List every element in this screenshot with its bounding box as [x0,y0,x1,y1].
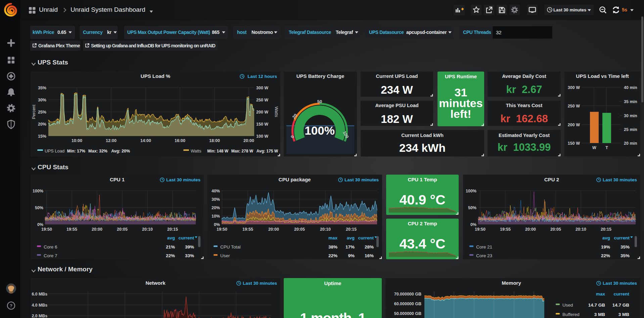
svg-text:33%: 33% [185,253,194,258]
svg-text:3 MB: 3 MB [594,312,605,317]
svg-text:300 W: 300 W [256,86,268,90]
svg-text:35 min: 35 min [624,99,637,104]
svg-text:Core 21: Core 21 [476,244,492,249]
svg-text:Max: 278 W: Max: 278 W [231,149,254,153]
svg-text:UPS Load vs Time left: UPS Load vs Time left [576,73,629,79]
svg-text:35%: 35% [620,244,630,249]
svg-text:19:55: 19:55 [500,227,511,232]
svg-text:Max: 32%: Max: 32% [88,149,107,153]
svg-text:20:00: 20:00 [525,227,536,232]
svg-text:0%: 0% [37,222,43,227]
svg-text:Last 30 minutes: Last 30 minutes [603,177,637,182]
svg-text:?: ? [10,303,12,308]
svg-text:50%: 50% [35,206,43,210]
svg-text:19:55: 19:55 [66,227,77,232]
svg-text:300 W: 300 W [568,85,580,90]
svg-text:70.000000 GB: 70.000000 GB [394,292,421,297]
svg-text:30 min: 30 min [624,113,637,118]
svg-text:Watts: Watts [274,106,279,117]
svg-text:Avg: 20%: Avg: 20% [111,149,130,153]
svg-text:W: W [592,145,596,150]
svg-text:Network: Network [145,280,166,286]
svg-text:4.0 MBs: 4.0 MBs [32,303,48,308]
svg-text:22%: 22% [166,253,175,258]
svg-text:current: current [613,291,629,297]
svg-text:avg: avg [347,235,355,240]
svg-text:20:05: 20:05 [294,227,305,232]
svg-text:CPU 1: CPU 1 [110,177,125,182]
svg-text:25 min: 25 min [624,127,637,132]
svg-text:16%: 16% [365,253,374,258]
svg-text:UPS Load %: UPS Load % [141,73,170,79]
svg-text:20 min: 20 min [624,141,637,146]
svg-text:50: 50 [317,99,322,104]
svg-text:Last 30 minutes: Last 30 minutes [603,281,637,286]
svg-text:Last 30 minutes: Last 30 minutes [166,177,200,182]
svg-text:20:00: 20:00 [268,227,279,232]
svg-text:100%: 100% [33,189,43,193]
svg-text:15%: 15% [38,134,46,139]
svg-text:22%: 22% [328,253,337,258]
svg-text:30%: 30% [38,98,46,102]
svg-text:39%: 39% [185,244,194,249]
svg-text:20:05: 20:05 [117,227,128,232]
svg-text:UPS Battery Charge: UPS Battery Charge [296,73,344,79]
svg-text:22%: 22% [601,253,610,258]
svg-text:14:00: 14:00 [140,138,151,143]
svg-text:20:00: 20:00 [243,138,254,143]
svg-text:CPU Total: CPU Total [220,244,241,249]
svg-text:21%: 21% [166,244,175,249]
svg-text:User: User [220,253,230,258]
svg-text:CPU 2 Temp: CPU 2 Temp [408,221,437,226]
svg-text:50.000000 GB: 50.000000 GB [394,311,421,316]
svg-text:Last 12 hours: Last 12 hours [247,74,277,79]
svg-text:T: T [605,145,608,150]
svg-text:current: current [178,235,194,240]
svg-text:14.7 GB: 14.7 GB [612,303,630,308]
svg-text:avg: avg [167,235,175,240]
svg-text:20:10: 20:10 [320,227,331,232]
svg-text:100%: 100% [466,189,476,193]
svg-text:Percent: Percent [32,104,36,119]
svg-text:20%: 20% [38,122,46,127]
svg-text:CPU 1 Temp: CPU 1 Temp [408,177,437,182]
svg-text:Used: Used [562,303,573,308]
svg-text:40%: 40% [212,189,220,193]
svg-text:20:15: 20:15 [346,227,357,232]
svg-text:150 W: 150 W [568,141,580,146]
svg-text:14.7 GB: 14.7 GB [588,303,605,308]
svg-text:150 W: 150 W [256,122,268,127]
svg-text:max: max [328,235,338,240]
svg-text:20:05: 20:05 [550,227,561,232]
svg-text:250 W: 250 W [256,98,268,102]
svg-text:3 MB: 3 MB [618,312,630,317]
svg-text:current: current [614,235,630,240]
svg-text:Last 30 minutes: Last 30 minutes [344,177,379,182]
svg-text:10:00: 10:00 [72,138,82,143]
svg-text:100%: 100% [305,124,335,137]
svg-text:28%: 28% [365,244,374,249]
svg-text:50%: 50% [468,206,476,210]
svg-text:250 W: 250 W [568,104,580,108]
svg-text:19:50: 19:50 [41,227,52,232]
svg-text:Buffered: Buffered [562,312,580,317]
svg-text:38%: 38% [328,244,337,249]
svg-text:25%: 25% [38,110,46,115]
svg-text:200 W: 200 W [256,110,268,115]
svg-text:20:15: 20:15 [601,227,611,232]
svg-text:12:00: 12:00 [106,138,117,143]
svg-text:CPU package: CPU package [279,177,311,182]
svg-text:0%: 0% [470,222,476,227]
svg-text:UPS Load: UPS Load [45,148,64,153]
svg-text:Avg: 175 W: Avg: 175 W [257,149,278,153]
svg-text:Core 23: Core 23 [476,253,492,258]
svg-text:20%: 20% [212,206,220,210]
svg-text:60.000000 GB: 60.000000 GB [394,302,421,306]
svg-text:10%: 10% [212,214,220,219]
svg-text:2.0 MBs: 2.0 MBs [32,314,48,318]
svg-text:19:50: 19:50 [217,227,227,232]
svg-text:0%: 0% [214,222,220,227]
svg-text:Core 7: Core 7 [44,253,57,258]
svg-text:35%: 35% [620,253,630,258]
svg-text:100 W: 100 W [256,134,268,139]
